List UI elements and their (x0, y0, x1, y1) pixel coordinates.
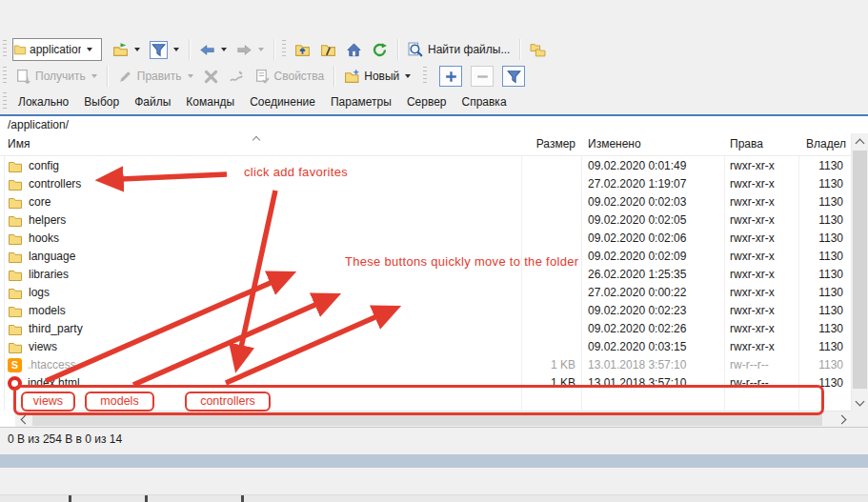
folder-icon (8, 304, 23, 319)
vertical-scroll-thumb[interactable] (853, 151, 867, 389)
table-row[interactable]: S core 09.02.2020 0:02:03 rwxr-xr-x 1130 (0, 193, 851, 211)
rename-icon (229, 69, 245, 85)
folder-icon (8, 322, 23, 337)
remove-favorite-button[interactable] (471, 66, 494, 87)
table-row[interactable]: S controllers 27.02.2020 1:19:07 rwxr-xr… (0, 175, 851, 193)
menu-item[interactable]: Локально (10, 92, 76, 111)
file-modified: 09.02.2020 0:02:06 (588, 230, 686, 248)
file-rights: rwxr-xr-x (730, 230, 775, 248)
open-directory-button[interactable] (108, 39, 145, 61)
delete-x-icon (203, 69, 219, 85)
add-favorite-button[interactable] (439, 66, 462, 87)
folder-up-icon (294, 42, 311, 58)
toolbar-grip[interactable] (3, 40, 7, 59)
file-name-cell: S libraries (8, 266, 69, 284)
favorite-button-models[interactable]: models (85, 392, 154, 412)
file-list-panel: Имя Размер Изменено Права Владел.. S con… (0, 133, 868, 427)
file-name-cell: S config (8, 157, 59, 175)
synchronize-button[interactable] (525, 39, 551, 61)
file-manager-window: application (0, 0, 868, 502)
back-button[interactable] (194, 39, 232, 61)
table-row[interactable]: S .htaccess 1 KB 13.01.2018 3:57:10 rw-r… (0, 356, 851, 374)
folder-icon (8, 195, 23, 211)
address-dropdown-button[interactable] (81, 39, 95, 60)
menu-item[interactable]: Выбор (76, 92, 127, 111)
find-files-label: Найти файлы... (428, 43, 510, 56)
edit-button[interactable]: Править (112, 66, 198, 88)
delete-button[interactable] (198, 66, 224, 88)
scroll-down-button[interactable] (852, 394, 868, 411)
rename-button[interactable] (224, 66, 250, 88)
find-files-button[interactable]: Найти файлы... (403, 39, 515, 61)
home-icon (346, 42, 362, 58)
toolbar-grip[interactable] (3, 67, 7, 86)
table-row[interactable]: S helpers 09.02.2020 0:02:05 rwxr-xr-x 1… (0, 211, 851, 230)
menu-item[interactable]: Файлы (127, 92, 178, 111)
file-modified: 09.02.2020 0:03:15 (588, 338, 686, 356)
filter-view-button[interactable] (502, 66, 525, 87)
file-owner: 1130 (798, 193, 843, 211)
root-directory-button[interactable] (315, 39, 341, 61)
sort-ascending-icon (253, 136, 260, 140)
file-modified: 26.02.2020 1:25:35 (588, 266, 686, 284)
chevron-down-icon[interactable] (405, 74, 411, 78)
favorite-button-controllers[interactable]: controllers (185, 392, 271, 412)
file-owner: 1130 (798, 230, 843, 248)
menu-item[interactable]: Соединение (242, 92, 323, 111)
menu-item[interactable]: Справка (454, 92, 514, 111)
back-arrow-icon (199, 42, 215, 58)
file-name-cell: S views (8, 338, 57, 356)
chevron-down-icon[interactable] (221, 48, 227, 51)
menu-item[interactable]: Параметры (323, 92, 399, 111)
toolbar-grip[interactable] (423, 67, 427, 86)
chevron-down-icon[interactable] (134, 48, 140, 51)
file-modified: 09.02.2020 0:02:03 (588, 193, 686, 211)
menu-item[interactable]: Сервер (399, 92, 454, 111)
column-header-rights[interactable]: Права (730, 137, 763, 151)
column-header-owner[interactable]: Владел.. (806, 137, 846, 151)
toolbar-grip[interactable] (282, 40, 286, 59)
refresh-button[interactable] (367, 39, 393, 61)
footer-strip (0, 454, 868, 468)
scroll-up-button[interactable] (852, 133, 868, 150)
annotation-note-favorites: click add favorites (244, 165, 348, 179)
file-name: views (29, 338, 57, 356)
column-header-size[interactable]: Размер (457, 137, 575, 151)
parent-directory-button[interactable] (290, 39, 315, 61)
file-owner: 1130 (798, 338, 843, 356)
table-row[interactable]: S views 09.02.2020 0:03:15 rwxr-xr-x 113… (0, 338, 851, 356)
file-modified: 13.01.2018 3:57:10 (588, 356, 686, 374)
toolbar-grip[interactable] (3, 92, 7, 111)
path-bar[interactable]: /application/ (0, 116, 868, 133)
new-button[interactable]: Новый (339, 66, 415, 88)
table-row[interactable]: S config 09.02.2020 0:01:49 rwxr-xr-x 11… (0, 157, 851, 175)
address-value: application (30, 43, 81, 56)
filter-button[interactable] (145, 38, 184, 62)
table-row[interactable]: S models 09.02.2020 0:02:23 rwxr-xr-x 11… (0, 302, 851, 320)
favorite-button-views[interactable]: views (21, 392, 75, 412)
scroll-right-button[interactable] (835, 412, 851, 427)
file-name: .htaccess (28, 356, 76, 374)
file-owner: 1130 (798, 284, 843, 302)
properties-icon (254, 69, 271, 85)
properties-button[interactable]: Свойства (250, 66, 330, 88)
table-row[interactable]: S logs 27.02.2020 0:00:22 rwxr-xr-x 1130 (0, 284, 851, 302)
file-modified: 09.02.2020 0:02:05 (588, 211, 686, 230)
download-button[interactable]: Получить (10, 66, 102, 88)
table-row[interactable]: S hooks 09.02.2020 0:02:06 rwxr-xr-x 113… (0, 230, 851, 248)
file-name: controllers (29, 175, 81, 193)
column-header-name[interactable]: Имя (8, 137, 30, 151)
file-owner: 1130 (798, 320, 843, 338)
vertical-scrollbar[interactable] (851, 133, 868, 411)
forward-button[interactable] (232, 39, 269, 61)
column-header-modified[interactable]: Изменено (588, 137, 641, 151)
table-row[interactable]: S third_party 09.02.2020 0:02:26 rwxr-xr… (0, 320, 851, 338)
file-name-cell: S helpers (8, 211, 66, 230)
file-owner: 1130 (798, 302, 843, 320)
file-modified: 09.02.2020 0:02:26 (588, 320, 686, 338)
address-combobox[interactable]: application (12, 38, 102, 61)
file-name-cell: S controllers (8, 175, 81, 193)
home-directory-button[interactable] (341, 39, 367, 61)
menu-item[interactable]: Команды (178, 92, 242, 111)
chevron-down-icon[interactable] (173, 48, 179, 51)
